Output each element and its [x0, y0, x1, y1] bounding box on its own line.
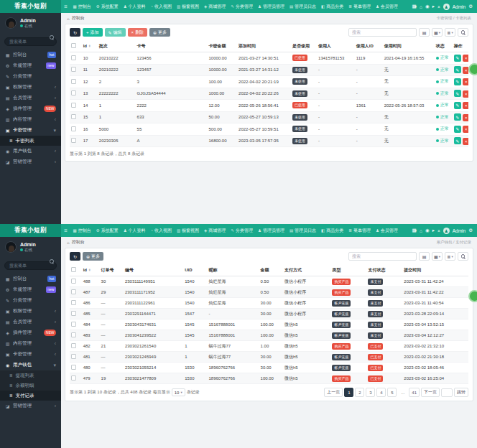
edit-button[interactable]: ✎ — [454, 126, 461, 133]
send-icon[interactable]: ▸ — [432, 228, 435, 233]
sidebar-item[interactable]: ⚙常规管理new — [0, 284, 61, 295]
edit-button[interactable]: ✎ — [454, 66, 461, 73]
columns-button[interactable]: ▦▾ — [432, 252, 443, 261]
column-header[interactable]: 支付方式 — [283, 264, 331, 276]
topnav-item[interactable]: ▦控制台 — [70, 0, 93, 13]
column-header[interactable]: 卡密金额 — [207, 40, 237, 52]
sidebar-item[interactable]: ▣卡密管理▾ — [0, 125, 61, 136]
topnav-item[interactable]: ◧商品分类 — [319, 0, 346, 13]
sidebar-toggle-icon[interactable]: ≡ — [61, 224, 70, 237]
column-header[interactable]: 添加时间 — [237, 40, 291, 52]
sidebar-item[interactable]: ▥内容管理‹ — [0, 114, 61, 125]
topnav-item[interactable]: ♟会员管理 — [373, 0, 400, 13]
sidebar-toggle-icon[interactable]: ≡ — [61, 0, 70, 13]
sidebar-item[interactable]: ◉用户钱包‹ — [0, 146, 61, 157]
row-checkbox[interactable] — [71, 365, 76, 370]
search-input[interactable] — [348, 28, 417, 37]
edit-button[interactable]: ✎ — [454, 137, 461, 144]
app-logo[interactable]: 香蕉小短剧 — [0, 0, 61, 13]
floating-service-button[interactable] — [468, 63, 477, 75]
topnav-item[interactable]: ✎分类管理 — [228, 224, 256, 237]
row-checkbox[interactable] — [71, 300, 76, 305]
sidebar-item[interactable]: ▣权限管理‹ — [0, 82, 61, 93]
row-checkbox[interactable] — [71, 114, 76, 119]
topnav-item[interactable]: ♟个人资料 — [121, 0, 148, 13]
breadcrumb[interactable]: 控制台 — [72, 239, 85, 246]
search-input[interactable] — [348, 252, 417, 261]
edit-button[interactable]: ✎ — [454, 113, 461, 121]
delete-button[interactable]: × — [463, 102, 468, 109]
sort-icon[interactable]: ▲▼ — [88, 45, 91, 47]
topnav-item[interactable]: ◈商城管理 — [202, 224, 228, 237]
topnav-item[interactable]: ♟管理员管理 — [255, 0, 287, 13]
sidebar-item[interactable]: ▣权限管理‹ — [0, 306, 61, 317]
sidebar-subitem[interactable]: ≣支付记录 — [0, 391, 61, 401]
refresh-button[interactable]: ↻ — [70, 28, 80, 37]
topnav-item[interactable]: ♟会员管理 — [373, 224, 400, 237]
column-header[interactable]: UID — [183, 264, 207, 276]
globe-icon[interactable]: ◉ — [425, 228, 430, 233]
column-header[interactable]: 状态 — [435, 40, 453, 52]
close-all-icon[interactable]: × — [437, 4, 440, 9]
sidebar-item[interactable]: ▣卡密管理‹ — [0, 349, 61, 360]
row-checkbox[interactable] — [71, 126, 76, 131]
sidebar-subitem[interactable]: ≣余额明细 — [0, 381, 61, 391]
sidebar-item[interactable]: ▥内容管理‹ — [0, 338, 61, 349]
sidebar-item[interactable]: ▤会员管理‹ — [0, 317, 61, 327]
user-avatar[interactable]: ♟ — [443, 228, 450, 234]
row-checkbox[interactable] — [71, 311, 76, 316]
column-header[interactable]: Id▲▼ — [82, 264, 100, 276]
row-checkbox[interactable] — [71, 79, 76, 84]
topnav-item[interactable]: ≣菜单管理 — [346, 0, 374, 13]
edit-button[interactable]: ✎ — [454, 90, 461, 97]
edit-button[interactable]: ✎ — [454, 55, 461, 62]
topnav-item[interactable]: ▥橱窗视图 — [174, 0, 201, 13]
page-button[interactable]: 1 — [344, 388, 353, 397]
sidebar-avatar[interactable] — [5, 17, 17, 29]
search-button[interactable] — [458, 252, 468, 261]
toggle-search-button[interactable]: ▤ — [419, 252, 430, 261]
column-header[interactable]: 使用人 — [317, 40, 355, 52]
page-button[interactable]: 5 — [387, 388, 397, 397]
more-button[interactable]: ⊕更多 — [83, 252, 103, 261]
sidebar-item[interactable]: ◪营销管理‹ — [0, 401, 61, 411]
jump-page-input[interactable] — [441, 388, 453, 397]
row-checkbox[interactable] — [71, 138, 76, 143]
grid-menu-icon[interactable]: ▦▾ — [412, 4, 417, 9]
home-icon[interactable]: ⌂ — [420, 4, 422, 9]
prev-page-button[interactable]: 上一页 — [324, 388, 343, 397]
topnav-item[interactable]: ♟个人资料 — [121, 224, 148, 237]
search-button[interactable] — [458, 28, 468, 37]
topnav-item[interactable]: ▤管理员日志 — [287, 224, 318, 237]
column-header[interactable]: Id▲▼ — [82, 40, 98, 52]
delete-button[interactable]: × — [463, 67, 468, 74]
row-checkbox[interactable] — [71, 375, 76, 381]
sidebar-item[interactable]: ◈插件管理NEW — [0, 327, 61, 338]
toggle-search-button[interactable]: ▤ — [419, 28, 430, 37]
delete-button[interactable]: × — [463, 126, 468, 133]
row-checkbox[interactable] — [71, 354, 76, 359]
sidebar-item[interactable]: ◪营销管理‹ — [0, 157, 61, 167]
next-page-button[interactable]: 下一页 — [421, 388, 440, 397]
column-header[interactable]: 使用人ID — [355, 40, 383, 52]
sidebar-item[interactable]: ✎分类管理 — [0, 295, 61, 306]
row-checkbox[interactable] — [71, 279, 76, 284]
column-header[interactable]: 是否使用 — [291, 40, 317, 52]
column-header[interactable]: 批次 — [98, 40, 136, 52]
row-checkbox[interactable] — [71, 343, 76, 348]
select-all-checkbox[interactable] — [71, 267, 76, 272]
delete-button[interactable]: × — [463, 78, 468, 85]
row-checkbox[interactable] — [71, 322, 76, 327]
delete-button[interactable]: ×删除 — [128, 28, 148, 37]
edit-button[interactable]: ✎ — [454, 78, 461, 85]
navbar-username[interactable]: Admin — [453, 228, 466, 233]
globe-icon[interactable]: ◉ — [425, 4, 430, 9]
sidebar-subitem[interactable]: ≣卡密列表 — [0, 136, 61, 146]
topnav-item[interactable]: ▤管理员日志 — [287, 0, 318, 13]
export-button[interactable]: ≣▾ — [445, 252, 455, 261]
sidebar-item[interactable]: ▤会员管理‹ — [0, 93, 61, 103]
page-button[interactable]: 2 — [355, 388, 364, 397]
close-all-icon[interactable]: × — [437, 228, 440, 233]
sidebar-item[interactable]: ▦控制台hot — [0, 274, 61, 284]
column-header[interactable]: 使用时间 — [383, 40, 435, 52]
